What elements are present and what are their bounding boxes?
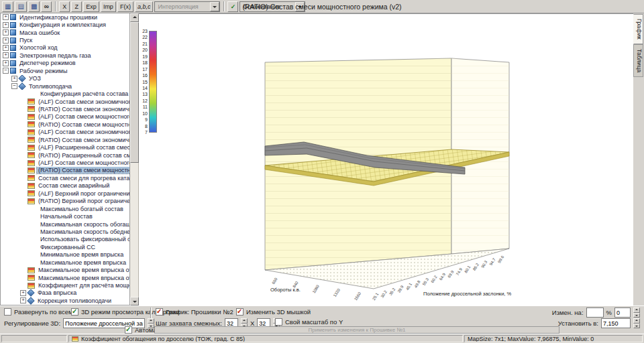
map-icon (28, 267, 35, 273)
apply-changes-button[interactable]: Применить изменения к Прошивке №1 (154, 326, 559, 334)
expand-icon[interactable]: + (3, 29, 9, 36)
tree-item[interactable]: +УОЗ (1, 75, 129, 82)
tree-item[interactable]: +Пуск (1, 36, 129, 44)
tree-item-label: (ALF) Состав смеси экономичного режима (… (37, 129, 129, 135)
tree-item[interactable]: +Фаза впрыска (1, 289, 129, 297)
tree-item[interactable]: (RATIO) Состав смеси экономичного режима… (1, 136, 129, 143)
mode3d-checkbox[interactable] (71, 308, 78, 316)
x-axis-button[interactable]: X (59, 1, 70, 12)
tree-item[interactable]: Максимальное время впрыска от оборотов (1, 266, 129, 273)
toolbar: ▦ ▤ ▩ ∞ X Z Exp Imp F(x) a,b,c Интерполя… (0, 0, 644, 13)
change-by-input[interactable] (586, 307, 604, 318)
chevron-down-icon[interactable] (210, 2, 219, 11)
tree-item[interactable]: (ALF) Верхний порог ограничения состава … (1, 190, 129, 197)
tree-item[interactable]: (ALF) Состав смеси экономичного режима (… (1, 98, 129, 105)
tree-item[interactable]: Состав смеси для прогрева катализатора (1, 174, 129, 182)
x-tick-label: 85.2 (472, 262, 480, 271)
tree-item[interactable]: +Маска ошибок (1, 29, 129, 36)
tree-item[interactable]: (ALF) Состав смеси экономичного режима (… (1, 129, 129, 136)
tree-item[interactable]: (RATIO) Состав смеси мощностного режима … (1, 167, 129, 174)
import-button[interactable]: Imp (101, 1, 116, 12)
tree-item[interactable]: Начальный состав (1, 212, 129, 220)
tab-graph[interactable]: График (633, 14, 643, 44)
apply-check-icon[interactable]: ✓ (227, 1, 238, 12)
expand-icon[interactable]: + (20, 290, 26, 296)
smoothing-combo[interactable]: Сглаживание (239, 1, 305, 12)
map-icon (72, 336, 78, 342)
tree-item[interactable]: Конфигурация расчёта состава смеси (1, 90, 129, 97)
change-by-stepper[interactable] (633, 307, 640, 318)
tree-item[interactable]: (ALF) Расширенный состав смеси (v2) (1, 143, 129, 151)
expand-icon[interactable]: + (3, 22, 9, 28)
chart-icon[interactable]: ▩ (28, 1, 40, 12)
set-to-stepper[interactable] (633, 318, 640, 328)
tree-item[interactable]: −Топливоподача (1, 82, 129, 90)
module-icon (10, 29, 16, 36)
tree-item[interactable]: +Диспетчер режимов (1, 60, 129, 67)
z-axis-button[interactable]: Z (71, 1, 82, 12)
tree-item[interactable]: Максимальное время впрыска от оборотов н… (1, 274, 129, 281)
tree-item[interactable]: Максимальная скорость обеднения (1, 228, 129, 235)
expand-icon[interactable]: + (3, 14, 9, 20)
tree-item[interactable]: +Конфигурация и комплектация (1, 21, 129, 28)
change-by-step-input[interactable] (614, 307, 631, 318)
tree-item[interactable]: Использовать фиксированный состав смеси (1, 236, 129, 243)
tree-item[interactable]: (RATIO) Верхний порог ограничения состав… (1, 198, 129, 205)
expand-icon[interactable]: + (3, 52, 9, 58)
expand-icon[interactable]: + (20, 297, 26, 303)
chevron-down-icon[interactable] (295, 2, 305, 11)
y-tick-label: 1320 (333, 287, 341, 297)
table-icon[interactable]: ▤ (15, 1, 26, 12)
expand-icon[interactable]: + (3, 60, 9, 66)
tree-item[interactable]: Фиксированный СС (1, 243, 129, 251)
expand-icon[interactable]: + (3, 38, 9, 44)
tree-item[interactable]: (RATIO) Расширенный состав смеси (v2) (1, 151, 129, 159)
tree-item[interactable]: +Электронная педаль газа (1, 52, 129, 59)
scroll-down-icon[interactable] (130, 297, 139, 305)
expand-all-checkbox[interactable] (4, 308, 11, 316)
tree-item[interactable]: +Холостой ход (1, 44, 129, 52)
graph-firmware2-checkbox[interactable] (156, 308, 163, 316)
abc-button[interactable]: a,b,c (135, 1, 154, 12)
binoculars-icon[interactable]: ∞ (41, 1, 52, 12)
plot-area[interactable]: 2322212019181716151413121110987 (139, 13, 633, 305)
tree-item[interactable]: (RATIO) Состав смеси экономичного режима… (1, 105, 129, 113)
tree-item-label: Холостой ход (18, 44, 59, 51)
auto-checkbox[interactable] (125, 326, 132, 334)
expand-icon[interactable]: + (3, 45, 9, 51)
map-icon (28, 129, 35, 135)
tab-table[interactable]: Таблица (633, 44, 643, 77)
own-y-scale-checkbox[interactable] (275, 318, 282, 326)
tree-scrollbar[interactable] (130, 13, 139, 305)
tree-item[interactable]: Состав смеси аварийный (1, 182, 129, 190)
tree-item-label: Фаза впрыска (36, 289, 78, 296)
expand-icon[interactable]: + (11, 76, 17, 82)
tree-item[interactable]: Минимальное время впрыска (1, 251, 129, 259)
tree-item[interactable]: Максимальная скорость обогащения (1, 220, 129, 228)
tree-item[interactable]: (RATIO) Состав смеси мощностного режима … (1, 121, 129, 128)
map-icon (28, 106, 35, 112)
tree-item[interactable]: +Коррекция топливоподачи (1, 297, 129, 304)
scroll-up-icon[interactable] (130, 13, 139, 22)
tree-item[interactable]: Коэффициент для расчёта мощности (1, 281, 129, 289)
tree-item[interactable]: −Рабочие режимы (1, 67, 129, 74)
tree-item[interactable]: Максимальное время впрыска (1, 259, 129, 266)
module-icon (10, 14, 16, 20)
collapse-icon[interactable]: − (11, 83, 17, 89)
tree-item[interactable]: (ALF) Состав смеси мощностного режима (v… (1, 159, 129, 166)
tree-item[interactable]: (ALF) Состав смеси мощностного режима (v… (1, 113, 129, 121)
tree-item[interactable]: +Идентификаторы прошивки (1, 13, 129, 21)
function-button[interactable]: F(x) (117, 1, 133, 12)
window-icon[interactable]: ▦ (2, 1, 13, 12)
edit3d-checkbox[interactable] (236, 308, 244, 316)
tree-view: +Идентификаторы прошивки+Конфигурация и … (0, 13, 130, 305)
smoothing-combo-text: Сглаживание (243, 3, 295, 10)
collapse-icon[interactable]: − (3, 68, 9, 74)
scrollbar-thumb[interactable] (130, 22, 139, 163)
interpolation-combo[interactable]: Интерполяция (154, 1, 220, 12)
expander-spacer (20, 137, 26, 143)
tree-item[interactable]: Максимально богатый состав (1, 205, 129, 212)
export-button[interactable]: Exp (83, 1, 99, 12)
surface-3d-canvas[interactable]: 60084010801320156025.130.235.239.945.149… (139, 14, 633, 306)
set-to-input[interactable] (601, 318, 631, 328)
